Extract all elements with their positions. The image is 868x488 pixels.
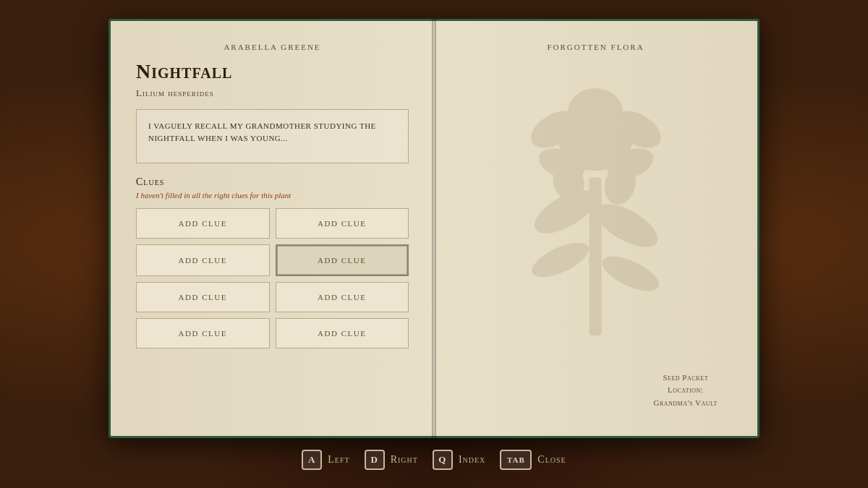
- control-right: D Right: [365, 450, 418, 470]
- plant-silhouette-icon: [495, 74, 697, 349]
- clues-grid: Add clue Add clue Add clue Add clue Add …: [136, 208, 409, 348]
- plant-name: Lilium hesperides: [136, 87, 409, 99]
- left-page: Arabella Greene Nightfall Lilium hesperi…: [109, 19, 434, 438]
- right-page-header: Forgotten Flora: [459, 43, 732, 51]
- svg-point-9: [527, 235, 593, 283]
- right-page: Forgotten Flora: [434, 19, 760, 438]
- key-a: A: [302, 450, 322, 470]
- clue-button-5[interactable]: Add clue: [136, 282, 270, 312]
- control-left: A Left: [302, 450, 349, 470]
- bottom-controls: A Left D Right Q Index TAB Close: [302, 450, 566, 470]
- seed-packet-location-label: Location:: [653, 384, 718, 397]
- seed-packet-info: Seed Packet Location: Grandma's Vault: [653, 372, 718, 410]
- control-index: Q Index: [433, 450, 485, 470]
- description-text: I vaguely recall my grandmother studying…: [148, 120, 396, 145]
- clue-button-6[interactable]: Add clue: [276, 282, 409, 312]
- control-close: TAB Close: [500, 450, 566, 470]
- seed-packet-label: Seed Packet: [653, 372, 718, 385]
- clue-button-3[interactable]: Add clue: [136, 244, 270, 276]
- right-page-content: Seed Packet Location: Grandma's Vault: [459, 60, 732, 432]
- left-page-header: Arabella Greene: [136, 43, 409, 51]
- control-close-label: Close: [537, 454, 566, 466]
- clues-warning: I haven't filled in all the right clues …: [136, 191, 409, 200]
- key-tab: TAB: [500, 450, 532, 470]
- description-box: I vaguely recall my grandmother studying…: [136, 109, 409, 163]
- key-q: Q: [433, 450, 453, 470]
- control-index-label: Index: [459, 454, 485, 466]
- book-title: Nightfall: [136, 60, 409, 83]
- clue-button-2[interactable]: Add clue: [276, 208, 409, 239]
- seed-packet-location: Grandma's Vault: [653, 397, 718, 410]
- clue-button-8[interactable]: Add clue: [276, 318, 409, 348]
- clue-button-4[interactable]: Add clue: [276, 244, 409, 276]
- svg-point-10: [597, 249, 663, 297]
- clue-button-7[interactable]: Add clue: [136, 318, 270, 348]
- control-left-label: Left: [328, 454, 349, 466]
- clues-label: Clues: [136, 176, 409, 188]
- key-d: D: [365, 450, 385, 470]
- control-right-label: Right: [391, 454, 418, 466]
- book: Arabella Greene Nightfall Lilium hesperi…: [109, 19, 760, 438]
- clue-button-1[interactable]: Add clue: [136, 208, 270, 239]
